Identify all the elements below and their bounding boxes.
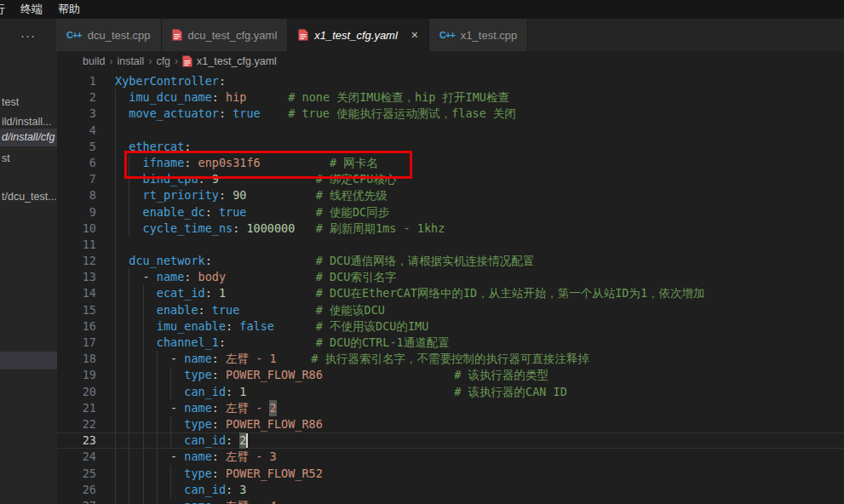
line-number: 23 [57, 432, 96, 449]
tab-x1_test.cpp[interactable]: C++x1_test.cpp [429, 19, 528, 51]
line-number: 18 [57, 351, 96, 367]
code-token: - [170, 351, 184, 367]
code-token [115, 237, 129, 253]
line-number: 5 [57, 139, 96, 155]
code-token: : [184, 139, 191, 155]
menu-item-run[interactable]: 行 [0, 2, 13, 17]
code-token: : [219, 335, 226, 351]
sidebar-item[interactable]: test [0, 94, 57, 112]
code-line[interactable]: 6 ifname: enp0s31f6 # 网卡名 [57, 155, 844, 171]
code-token [226, 285, 316, 301]
code-token: : [184, 155, 198, 171]
breadcrumb-item[interactable]: install [117, 55, 144, 67]
code-line[interactable]: 18 - name: 左臂 - 1 # 执行器索引名字，不需要控制的执行器可直接… [57, 351, 844, 367]
line-number: 11 [57, 237, 96, 253]
code-token: : [205, 253, 212, 269]
sidebar-item-label: d/install/cfg [0, 131, 55, 143]
sidebar-item-selected-empty[interactable] [0, 352, 57, 369]
code-token [212, 253, 316, 269]
code-token: imu_dcu_name [129, 89, 212, 106]
code-line[interactable]: 2 imu_dcu_name: hip # none 关闭IMU检查，hip 打… [57, 89, 844, 106]
code-token [115, 367, 184, 383]
code-line[interactable]: 13 - name: body # DCU索引名字 [57, 269, 844, 285]
sidebar-item[interactable]: t/dcu_test... [0, 188, 57, 206]
breadcrumb-item[interactable]: build [83, 55, 105, 67]
code-line[interactable]: 27 - name: 左臂 - 4 [57, 498, 844, 504]
code-token [226, 269, 316, 285]
code-token: # 不使用该DCU的IMU [316, 318, 429, 335]
line-number: 4 [57, 123, 96, 139]
code-token: : [205, 285, 219, 301]
code-line[interactable]: 14 ecat_id: 1 # DCU在EtherCAT网络中的ID，从主站开始… [57, 285, 844, 301]
code-line[interactable]: 25 type: POWER_FLOW_R52 [57, 466, 844, 482]
code-token: # 该执行器的类型 [454, 367, 548, 383]
code-token: : [205, 204, 219, 220]
code-token [115, 318, 157, 335]
code-line[interactable]: 17 channel_1: # DCU的CTRL-1通道配置 [57, 335, 844, 351]
menu-item-help[interactable]: 帮助 [50, 2, 88, 17]
code-line[interactable]: 19 type: POWER_FLOW_R86 # 该执行器的类型 [57, 367, 844, 383]
code-line[interactable]: 5 ethercat: [57, 139, 844, 155]
code-line[interactable]: 10 cycle_time_ns: 1000000 # 刷新周期1ms - 1k… [57, 220, 844, 237]
code-line[interactable]: 20 can_id: 1 # 该执行器的CAN ID [57, 384, 844, 400]
code-line[interactable]: 7 bind_cpu: 9 # 绑定CPU核心 [57, 171, 844, 187]
code-token [115, 269, 143, 285]
line-number: 2 [57, 89, 96, 106]
code-token [115, 449, 170, 465]
code-line[interactable]: 11 [57, 237, 844, 253]
code-token: # DCU在EtherCAT网络中的ID，从主站开始，第一个从站ID为1，依次增… [316, 285, 705, 301]
code-token [246, 187, 315, 203]
code-token [226, 335, 316, 351]
code-token: 9 [212, 171, 219, 187]
vscode-window: 行 终端 帮助 ··· C++dcu_test.cppdcu_test_cfg.… [0, 0, 844, 504]
code-line[interactable]: 3 move_actuator: true # true 使能执行器运动测试，f… [57, 106, 844, 122]
code-token: type [184, 466, 212, 482]
code-line[interactable]: 8 rt_priority: 90 # 线程优先级 [57, 187, 844, 203]
line-number: 15 [57, 302, 96, 318]
code-token [115, 187, 143, 203]
code-line[interactable]: 4 [57, 123, 844, 139]
code-token: : [219, 73, 226, 89]
cpp-file-icon: C++ [66, 30, 82, 40]
code-token: : [212, 89, 226, 106]
sidebar-item[interactable]: st [0, 150, 57, 168]
breadcrumb-item[interactable]: cfg [156, 55, 170, 67]
code-token: channel_1 [157, 335, 219, 351]
code-editor[interactable]: 1XyberController:2 imu_dcu_name: hip # n… [57, 72, 844, 504]
tab-x1_test_cfg.yaml[interactable]: x1_test_cfg.yaml× [288, 19, 429, 51]
code-line[interactable]: 24 - name: 左臂 - 3 [57, 449, 844, 465]
code-token [115, 432, 184, 449]
code-line[interactable]: 12 dcu_network: # DCU通信网络，请根据实机连接情况配置 [57, 253, 844, 269]
code-token: - [170, 498, 184, 504]
code-token: : [198, 171, 212, 187]
code-line[interactable]: 26 can_id: 3 [57, 482, 844, 498]
code-token [115, 416, 184, 432]
sidebar-item[interactable]: d/install/cfg [0, 129, 57, 146]
code-token: : [212, 466, 226, 482]
code-line[interactable]: 22 type: POWER_FLOW_R86 [57, 416, 844, 432]
line-number: 3 [57, 106, 96, 122]
code-token: 1 [239, 384, 246, 400]
close-icon[interactable]: × [411, 29, 418, 41]
sidebar-item-label: ild/install... [0, 116, 51, 128]
code-token: type [184, 416, 212, 432]
code-token [219, 171, 316, 187]
code-line[interactable]: 9 enable_dc: true # 使能DC同步 [57, 204, 844, 220]
code-line[interactable]: 15 enable: true # 使能该DCU [57, 302, 844, 318]
sidebar-file-list: testild/install...d/install/cfgstt/dcu_t… [0, 51, 57, 504]
tab-label: x1_test.cpp [461, 29, 518, 42]
code-token: # 该执行器的CAN ID [454, 384, 567, 400]
tab-dcu_test.cpp[interactable]: C++dcu_test.cpp [56, 19, 162, 51]
code-line[interactable]: 16 imu_enable: false # 不使用该DCU的IMU [57, 318, 844, 335]
code-token [274, 318, 316, 335]
workbench-body: testild/install...d/install/cfgstt/dcu_t… [0, 51, 844, 504]
code-line[interactable]: 21 - name: 左臂 - 2 [57, 400, 844, 416]
code-token: bind_cpu [143, 171, 198, 187]
menu-item-terminal[interactable]: 终端 [13, 2, 50, 17]
more-actions-button[interactable]: ··· [0, 19, 56, 51]
code-line[interactable]: 23 can_id: 2 [57, 432, 844, 449]
breadcrumb-file[interactable]: x1_test_cfg.yaml [182, 55, 277, 67]
tab-dcu_test_cfg.yaml[interactable]: dcu_test_cfg.yaml [162, 19, 289, 51]
text-cursor [246, 433, 248, 448]
code-line[interactable]: 1XyberController: [57, 73, 844, 89]
